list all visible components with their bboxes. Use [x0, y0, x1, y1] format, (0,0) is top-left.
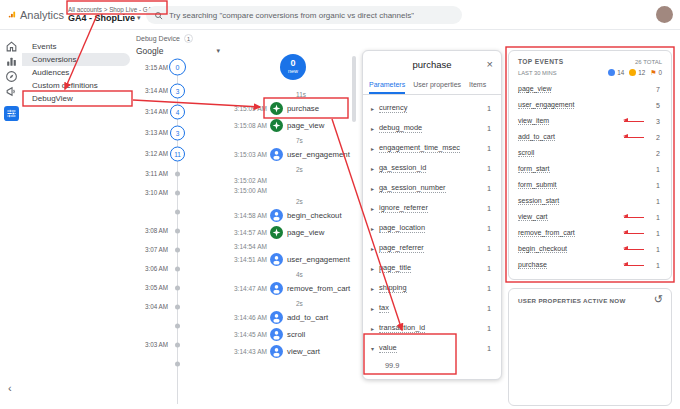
top-event-name[interactable]: form_submit [518, 181, 557, 189]
event-name[interactable]: page_view [287, 228, 324, 237]
event-name[interactable]: page_view [287, 121, 324, 130]
top-event-name[interactable]: remove_from_cart [518, 229, 575, 237]
reports-icon[interactable] [5, 55, 18, 68]
top-event-row[interactable]: scroll2 [518, 145, 662, 161]
nav-item-custom-definitions[interactable]: Custom definitions [22, 79, 130, 92]
top-event-name[interactable]: page_view [518, 85, 551, 93]
event-name[interactable]: remove_from_cart [287, 284, 350, 293]
timeline-count-bubble[interactable]: 3 [170, 125, 185, 140]
parameter-row[interactable]: ▸ga_session_id1 [363, 158, 501, 178]
caret-right-icon[interactable]: ▸ [371, 125, 379, 132]
history-icon[interactable]: ↺ [654, 294, 663, 305]
stream-event-row[interactable]: 3:14:46 AMadd_to_cart [228, 309, 350, 326]
parameter-name[interactable]: page_location [379, 223, 425, 233]
top-event-name[interactable]: begin_checkout [518, 245, 567, 253]
nav-item-events[interactable]: Events [22, 40, 130, 53]
parameter-row[interactable]: ▸ga_session_number1 [363, 178, 501, 198]
top-event-row[interactable]: user_engagement5 [518, 97, 662, 113]
top-event-name[interactable]: purchase [518, 261, 547, 269]
stream-event-row[interactable]: 3:15:03 AMuser_engagement [228, 146, 350, 163]
parameter-row[interactable]: ▸page_location1 [363, 218, 501, 238]
explore-icon[interactable] [5, 70, 18, 83]
timeline-count-bubble[interactable]: 0 [169, 59, 186, 76]
caret-right-icon[interactable]: ▸ [371, 145, 379, 152]
stream-scrollbar[interactable] [352, 56, 356, 122]
event-name[interactable]: user_engagement [287, 150, 350, 159]
parameter-row[interactable]: ▸page_referrer1 [363, 238, 501, 258]
caret-right-icon[interactable]: ▸ [371, 185, 379, 192]
event-name[interactable]: purchase [287, 104, 319, 113]
top-event-row[interactable]: purchase1 [518, 257, 662, 273]
caret-right-icon[interactable]: ▸ [371, 245, 379, 252]
top-event-row[interactable]: view_cart1 [518, 209, 662, 225]
parameter-name[interactable]: currency [379, 103, 407, 113]
stream-event-row[interactable]: 3:14:57 AMpage_view [228, 224, 350, 241]
search-bar[interactable]: Try searching "compare conversions from … [146, 6, 462, 24]
parameter-name[interactable]: transaction_id [379, 323, 425, 333]
top-event-row[interactable]: begin_checkout1 [518, 241, 662, 257]
stream-event-row[interactable]: 3:14:58 AMbegin_checkout [228, 207, 350, 224]
timeline-count-bubble[interactable]: 4 [170, 104, 185, 119]
stream-event-row[interactable]: 3:14:43 AMview_cart [228, 343, 350, 360]
top-event-row[interactable]: form_submit1 [518, 177, 662, 193]
nav-item-audiences[interactable]: Audiences [22, 66, 130, 79]
timeline-count-bubble[interactable]: 3 [170, 83, 185, 98]
parameter-name[interactable]: ga_session_number [379, 183, 446, 193]
home-icon[interactable] [5, 40, 18, 53]
event-name[interactable]: user_engagement [287, 255, 350, 264]
parameter-name[interactable]: debug_mode [379, 123, 422, 133]
close-icon[interactable]: × [487, 58, 493, 70]
top-event-name[interactable]: view_item [518, 117, 549, 125]
parameter-name[interactable]: page_referrer [379, 243, 424, 253]
top-event-row[interactable]: add_to_cart2 [518, 129, 662, 145]
stream-event-row[interactable]: 3:14:45 AMscroll [228, 326, 350, 343]
parameter-name[interactable]: engagement_time_msec [379, 143, 460, 153]
caret-right-icon[interactable]: ▸ [371, 325, 379, 332]
event-name[interactable]: add_to_cart [287, 313, 328, 322]
caret-right-icon[interactable]: ▸ [371, 225, 379, 232]
caret-right-icon[interactable]: ▸ [371, 285, 379, 292]
top-event-name[interactable]: session_start [518, 197, 559, 205]
stream-event-row[interactable]: 3:14:51 AMuser_engagement [228, 251, 350, 268]
parameter-row[interactable]: ▾value1 [363, 338, 501, 358]
parameter-row[interactable]: ▸debug_mode1 [363, 118, 501, 138]
advertising-icon[interactable] [5, 85, 18, 98]
parameter-name[interactable]: ga_session_id [379, 163, 426, 173]
top-event-name[interactable]: form_start [518, 165, 550, 173]
tab-parameters[interactable]: Parameters [369, 77, 405, 94]
parameter-name[interactable]: value [379, 343, 397, 353]
top-event-name[interactable]: user_engagement [518, 101, 574, 109]
parameter-row[interactable]: ▸currency1 [363, 98, 501, 118]
top-event-row[interactable]: remove_from_cart1 [518, 225, 662, 241]
parameter-row[interactable]: ▸page_title1 [363, 258, 501, 278]
top-event-row[interactable]: view_item3 [518, 113, 662, 129]
nav-item-conversions[interactable]: Conversions [22, 53, 130, 66]
stream-event-row[interactable]: 3:15:08 AMpage_view [228, 117, 350, 134]
stream-event-row[interactable]: 3:14:47 AMremove_from_cart [228, 280, 350, 297]
parameter-row[interactable]: ▸tax1 [363, 298, 501, 318]
parameter-row[interactable]: ▸ignore_referrer1 [363, 198, 501, 218]
new-events-badge[interactable]: 0 new [280, 54, 306, 80]
configure-icon[interactable] [4, 106, 19, 121]
caret-right-icon[interactable]: ▸ [371, 105, 379, 112]
timeline-count-bubble[interactable]: 11 [170, 146, 185, 161]
tab-user-properties[interactable]: User properties [413, 77, 461, 94]
top-event-name[interactable]: view_cart [518, 213, 548, 221]
parameter-name[interactable]: ignore_referrer [379, 203, 428, 213]
top-event-name[interactable]: add_to_cart [518, 133, 555, 141]
caret-right-icon[interactable]: ▸ [371, 265, 379, 272]
parameter-row[interactable]: ▸transaction_id1 [363, 318, 501, 338]
avatar[interactable] [656, 6, 673, 23]
collapse-nav-icon[interactable]: ‹ [8, 383, 12, 394]
tab-items[interactable]: Items [469, 77, 486, 94]
stream-event-row[interactable]: 3:15:09 AMpurchase [228, 100, 350, 117]
event-name[interactable]: view_cart [287, 347, 320, 356]
parameter-name[interactable]: tax [379, 303, 389, 313]
parameter-name[interactable]: page_title [379, 263, 411, 273]
caret-right-icon[interactable]: ▸ [371, 165, 379, 172]
parameter-row[interactable]: ▸engagement_time_msec1 [363, 138, 501, 158]
top-event-row[interactable]: form_start1 [518, 161, 662, 177]
event-name[interactable]: begin_checkout [287, 211, 342, 220]
parameter-name[interactable]: shipping [379, 283, 407, 293]
top-event-name[interactable]: scroll [518, 149, 534, 157]
